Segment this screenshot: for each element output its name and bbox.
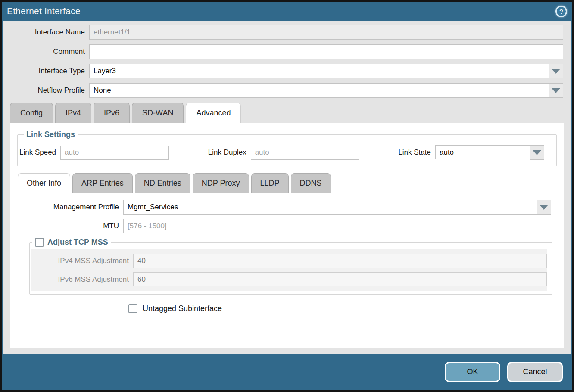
mss-fields-block: IPv4 MSS Adjustment IPv6 MSS Adjustment: [31, 249, 547, 291]
interface-name-label: Interface Name: [3, 28, 89, 37]
subtab-other-info[interactable]: Other Info: [18, 173, 70, 193]
subtab-lldp[interactable]: LLDP: [251, 173, 289, 193]
interface-name-row: Interface Name: [3, 25, 563, 40]
management-profile-dropdown[interactable]: [123, 200, 551, 215]
footer-bar: OK Cancel: [2, 354, 572, 390]
ethernet-interface-dialog: Ethernet Interface ? Interface Name Comm…: [0, 0, 574, 392]
netflow-profile-dropdown[interactable]: [89, 83, 563, 98]
chevron-down-icon: [552, 88, 560, 93]
interface-name-field: [89, 25, 563, 40]
interface-type-row: Interface Type: [3, 64, 563, 78]
ipv4-mss-field: [133, 254, 547, 268]
netflow-profile-label: Netflow Profile: [3, 86, 89, 95]
dialog-body: Interface Name Comment Interface Type: [3, 21, 571, 354]
subtab-arp-entries[interactable]: ARP Entries: [72, 173, 133, 193]
management-profile-dropdown-button[interactable]: [537, 200, 551, 215]
dialog-title: Ethernet Interface: [7, 6, 81, 16]
ipv4-mss-row: IPv4 MSS Adjustment: [31, 254, 547, 268]
link-speed-label: Link Speed: [19, 148, 60, 157]
ipv4-mss-label: IPv4 MSS Adjustment: [31, 257, 133, 265]
comment-row: Comment: [3, 44, 563, 59]
chevron-down-icon: [552, 69, 560, 74]
subtab-ddns[interactable]: DDNS: [291, 173, 331, 193]
link-settings-group: Link Settings Link Speed Link Duplex Lin…: [17, 130, 557, 166]
ipv6-mss-label: IPv6 MSS Adjustment: [31, 275, 133, 284]
ok-button[interactable]: OK: [445, 362, 500, 382]
link-state-dropdown[interactable]: [435, 145, 544, 160]
interface-type-label: Interface Type: [3, 67, 89, 75]
interface-type-field[interactable]: [89, 64, 549, 78]
help-icon[interactable]: ?: [555, 6, 567, 17]
link-speed-field[interactable]: [60, 146, 169, 160]
link-settings-legend: Link Settings: [24, 130, 78, 139]
cancel-button[interactable]: Cancel: [507, 362, 563, 382]
chevron-down-icon: [533, 150, 541, 155]
management-profile-row: Management Profile: [10, 200, 551, 215]
tab-ipv6[interactable]: IPv6: [94, 103, 130, 123]
subtab-nd-entries[interactable]: ND Entries: [135, 173, 190, 193]
adjust-tcp-mss-legend: Adjust TCP MSS: [32, 238, 111, 247]
tab-config[interactable]: Config: [10, 103, 53, 123]
mtu-row: MTU: [10, 219, 551, 233]
link-duplex-label: Link Duplex: [208, 148, 251, 157]
comment-field[interactable]: [89, 44, 563, 59]
management-profile-field[interactable]: [123, 200, 537, 215]
adjust-tcp-mss-legend-text: Adjust TCP MSS: [47, 238, 108, 247]
netflow-profile-field[interactable]: [89, 83, 549, 98]
mtu-label: MTU: [10, 222, 123, 230]
untagged-subinterface-row: Untagged Subinterface: [128, 304, 564, 313]
netflow-profile-dropdown-button[interactable]: [549, 83, 563, 98]
untagged-subinterface-label: Untagged Subinterface: [143, 304, 222, 313]
link-state-label: Link State: [398, 148, 435, 157]
interface-type-dropdown[interactable]: [89, 64, 563, 78]
link-state-dropdown-button[interactable]: [530, 145, 544, 160]
advanced-subtab-bar: Other Info ARP Entries ND Entries NDP Pr…: [10, 173, 564, 193]
adjust-tcp-mss-group: Adjust TCP MSS IPv4 MSS Adjustment IPv6 …: [29, 238, 552, 295]
tab-sdwan[interactable]: SD-WAN: [132, 103, 184, 123]
main-tab-bar: Config IPv4 IPv6 SD-WAN Advanced: [3, 103, 571, 123]
management-profile-label: Management Profile: [10, 203, 123, 212]
netflow-profile-row: Netflow Profile: [3, 83, 563, 98]
tab-ipv4[interactable]: IPv4: [55, 103, 91, 123]
chevron-down-icon: [540, 205, 548, 210]
ipv6-mss-row: IPv6 MSS Adjustment: [31, 272, 547, 286]
subtab-ndp-proxy[interactable]: NDP Proxy: [193, 173, 249, 193]
untagged-subinterface-checkbox[interactable]: [128, 304, 137, 313]
advanced-tab-panel: Link Settings Link Speed Link Duplex Lin…: [10, 123, 564, 348]
adjust-tcp-mss-checkbox[interactable]: [35, 238, 44, 247]
mtu-field[interactable]: [123, 219, 551, 233]
comment-label: Comment: [3, 47, 89, 56]
tab-advanced[interactable]: Advanced: [186, 103, 241, 123]
other-info-panel: Management Profile MTU: [10, 193, 564, 313]
link-duplex-field[interactable]: [251, 146, 359, 160]
interface-type-dropdown-button[interactable]: [549, 64, 563, 78]
ipv6-mss-field: [133, 272, 547, 286]
link-state-field[interactable]: [435, 145, 530, 159]
title-bar: Ethernet Interface ?: [2, 2, 572, 21]
